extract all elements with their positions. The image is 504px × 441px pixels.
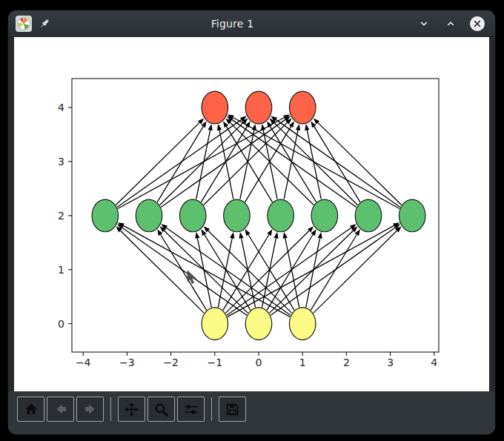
y-tick-label: 1 (58, 264, 64, 276)
minimize-button[interactable] (415, 15, 433, 33)
x-tick-label: 4 (431, 357, 437, 368)
titlebar[interactable]: Figure 1 (8, 10, 495, 37)
x-tick-label: 0 (256, 357, 262, 368)
toolbar-forward-button (76, 397, 104, 422)
window-title: Figure 1 (57, 18, 408, 30)
y-tick-label: 3 (58, 156, 64, 168)
save-icon (225, 402, 239, 417)
network-node-hidden-layer (311, 199, 338, 232)
matplotlib-toolbar (8, 391, 495, 434)
figure-canvas[interactable]: −4−3−2−10123401234 (14, 37, 489, 391)
pin-icon[interactable] (38, 17, 51, 30)
x-tick-label: 1 (299, 357, 306, 368)
toolbar-pan-button[interactable] (118, 397, 145, 422)
x-tick-label: 2 (343, 357, 350, 368)
x-tick-label: −2 (163, 357, 179, 368)
chevron-down-icon (418, 18, 430, 30)
y-tick-label: 2 (58, 210, 64, 222)
maximize-button[interactable] (442, 15, 460, 33)
axes-plot: −4−3−2−10123401234 (14, 37, 489, 391)
network-node-hidden-layer (92, 199, 119, 232)
network-node-input-layer (202, 308, 228, 340)
network-node-input-layer (289, 308, 316, 340)
network-node-output-layer (245, 91, 272, 124)
network-node-hidden-layer (179, 199, 206, 232)
toolbar-separator (211, 397, 212, 421)
close-icon (469, 16, 485, 32)
toolbar-separator (110, 397, 111, 421)
network-node-hidden-layer (136, 199, 162, 232)
network-node-output-layer (289, 91, 316, 124)
forward-arrow-icon (84, 402, 97, 416)
toolbar-save-button[interactable] (219, 397, 246, 422)
network-node-hidden-layer (399, 199, 425, 232)
toolbar-home-button[interactable] (17, 397, 44, 422)
toolbar-configure-subplots-button[interactable] (177, 397, 205, 422)
x-tick-label: −3 (119, 357, 135, 368)
toolbar-back-button (47, 397, 74, 422)
matplotlib-logo-icon (16, 16, 32, 32)
pan-icon (125, 402, 139, 417)
zoom-icon (154, 402, 168, 417)
home-icon (24, 402, 38, 416)
y-tick-label: 4 (58, 102, 64, 113)
x-tick-label: −1 (207, 357, 222, 368)
network-node-output-layer (202, 91, 228, 124)
sliders-icon (184, 402, 198, 417)
x-tick-label: −4 (76, 357, 91, 368)
network-node-input-layer (245, 308, 272, 340)
desktop: { "window": { "title": "Figure 1", "titl… (0, 0, 504, 441)
network-nodes (92, 91, 425, 339)
back-arrow-icon (54, 402, 67, 416)
figure-window: Figure 1 −4−3−2−10123401234 (8, 10, 495, 434)
y-tick-label: 0 (58, 318, 64, 330)
close-button[interactable] (468, 15, 486, 33)
network-node-hidden-layer (224, 199, 251, 232)
toolbar-zoom-to-rect-button[interactable] (147, 397, 175, 422)
network-node-hidden-layer (268, 199, 294, 232)
network-node-hidden-layer (355, 199, 382, 232)
x-tick-label: 3 (387, 357, 394, 368)
chevron-up-icon (445, 18, 457, 30)
